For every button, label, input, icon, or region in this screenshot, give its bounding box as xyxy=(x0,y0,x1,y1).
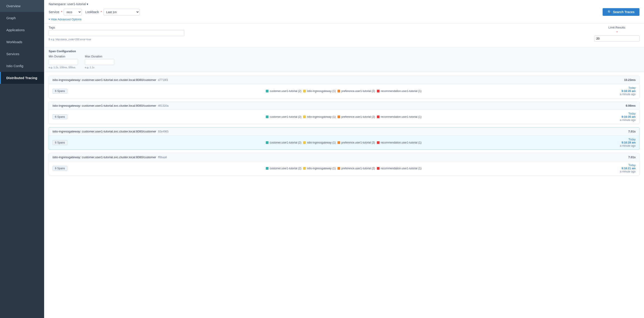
trace-card[interactable]: istio-ingressgateway: customer.user1-tut… xyxy=(49,101,640,124)
max-duration-input[interactable] xyxy=(85,59,114,65)
sidebar-item-services[interactable]: Services xyxy=(0,48,44,60)
advanced-toggle-label: Hide Advanced Options xyxy=(51,18,82,21)
min-duration-hint: e.g. 1.2s, 100ms, 500us xyxy=(49,66,78,69)
trace-card[interactable]: istio-ingressgateway: customer.user1-tut… xyxy=(49,153,640,176)
info-icon: ℹ xyxy=(49,37,50,41)
trace-header: istio-ingressgateway: customer.user1-tut… xyxy=(49,153,639,161)
service-tag: istio-ingressgateway (1) xyxy=(303,141,336,144)
search-traces-button[interactable]: 🔍 Search Traces xyxy=(602,8,640,16)
trace-id: d7719f3 xyxy=(158,78,168,82)
service-color-dot xyxy=(338,141,340,144)
service-color-dot xyxy=(377,90,380,92)
service-tag-label: preference.user1-tutorial (2) xyxy=(341,167,375,170)
main-content: Namespace: user1-tutorial ▾ Service * re… xyxy=(44,0,644,318)
trace-body: 6 Spanscustomer.user1-tutorial (2)istio-… xyxy=(49,110,639,124)
service-tag-label: istio-ingressgateway (1) xyxy=(307,167,336,170)
limit-label: Limit Results xyxy=(608,26,625,29)
span-config-title: Span Configuration xyxy=(49,49,640,53)
service-color-dot xyxy=(266,115,268,118)
trace-body: 6 Spanscustomer.user1-tutorial (2)istio-… xyxy=(49,136,639,150)
advanced-toggle[interactable]: ▾ Hide Advanced Options xyxy=(49,18,640,21)
tags-input[interactable] xyxy=(49,30,184,36)
trace-body: 6 Spanscustomer.user1-tutorial (2)istio-… xyxy=(49,84,639,98)
service-tags: customer.user1-tutorial (2)istio-ingress… xyxy=(266,167,422,170)
spans-badge: 6 Spans xyxy=(52,114,68,119)
service-tags: customer.user1-tutorial (2)istio-ingress… xyxy=(266,89,422,93)
trace-duration: 10.23ms xyxy=(624,78,636,82)
chevron-right-icon: ▾ xyxy=(49,18,50,21)
service-tags: customer.user1-tutorial (2)istio-ingress… xyxy=(266,141,422,144)
service-tag: istio-ingressgateway (1) xyxy=(303,115,336,118)
tags-hint: ℹ e.g. http.status_code=200 error=true xyxy=(49,37,184,41)
tags-label: Tags xyxy=(49,26,184,29)
service-tag-label: istio-ingressgateway (1) xyxy=(307,89,336,93)
sidebar-item-istio-config[interactable]: Istio Config xyxy=(0,60,44,72)
trace-day: Today xyxy=(628,164,636,167)
sidebar-item-graph[interactable]: Graph xyxy=(0,12,44,24)
trace-title: istio-ingressgateway: customer.user1-tut… xyxy=(52,155,156,159)
trace-header: istio-ingressgateway: customer.user1-tut… xyxy=(49,127,639,136)
service-tag: preference.user1-tutorial (2) xyxy=(338,115,375,118)
max-duration-label: Max Duration xyxy=(85,55,114,58)
service-tag-label: customer.user1-tutorial (2) xyxy=(270,115,301,118)
trace-header: istio-ingressgateway: customer.user1-tut… xyxy=(49,76,639,84)
service-tag-label: preference.user1-tutorial (2) xyxy=(341,115,375,118)
service-tag-label: customer.user1-tutorial (2) xyxy=(270,141,301,144)
limit-input[interactable] xyxy=(594,35,640,41)
min-duration-label: Min Duration xyxy=(49,55,78,58)
limit-required: * xyxy=(616,30,618,34)
advanced-options: Tags ℹ e.g. http.status_code=200 error=t… xyxy=(44,23,644,47)
lookback-select[interactable]: Last 1m Last 5m Last 10m Last 30m Last 1… xyxy=(103,9,140,15)
trace-body: 6 Spanscustomer.user1-tutorial (2)istio-… xyxy=(49,161,639,175)
results-area: istio-ingressgateway: customer.user1-tut… xyxy=(44,72,644,318)
service-color-dot xyxy=(303,167,306,170)
namespace-selector[interactable]: Namespace: user1-tutorial ▾ xyxy=(49,2,640,6)
trace-duration: 7.01s xyxy=(628,155,636,159)
trace-title: istio-ingressgateway: customer.user1-tut… xyxy=(52,104,156,107)
service-tag: customer.user1-tutorial (2) xyxy=(266,115,301,118)
service-tag: recommendation.user1-tutorial (1) xyxy=(377,115,422,118)
service-color-dot xyxy=(377,167,380,170)
chevron-down-icon: ▾ xyxy=(87,2,88,6)
service-tag: customer.user1-tutorial (2) xyxy=(266,141,301,144)
service-color-dot xyxy=(266,90,268,92)
lookback-label: Lookback xyxy=(85,10,99,14)
trace-relative-time: a minute ago xyxy=(620,170,636,173)
sidebar-item-overview[interactable]: Overview xyxy=(0,0,44,12)
service-tag-label: customer.user1-tutorial (2) xyxy=(270,89,301,93)
service-color-dot xyxy=(377,141,380,144)
span-row: Min Duration e.g. 1.2s, 100ms, 500us Max… xyxy=(49,55,640,69)
sidebar-item-applications[interactable]: Applications xyxy=(0,24,44,36)
service-color-dot xyxy=(338,90,340,92)
service-tags: customer.user1-tutorial (2)istio-ingress… xyxy=(266,115,422,118)
min-duration-input[interactable] xyxy=(49,59,78,65)
trace-timestamp: 9:16:21 am xyxy=(622,167,636,170)
topbar: Namespace: user1-tutorial ▾ Service * re… xyxy=(44,0,644,23)
min-duration-field: Min Duration e.g. 1.2s, 100ms, 500us xyxy=(49,55,78,69)
trace-card[interactable]: istio-ingressgateway: customer.user1-tut… xyxy=(49,127,640,150)
service-color-dot xyxy=(303,90,306,92)
span-config: Span Configuration Min Duration e.g. 1.2… xyxy=(44,47,644,72)
trace-relative-time: a minute ago xyxy=(620,118,636,122)
sidebar-item-workloads[interactable]: Workloads xyxy=(0,36,44,48)
trace-timestamp: 9:16:28 am xyxy=(622,141,636,144)
spans-badge: 6 Spans xyxy=(52,89,68,94)
service-tag: recommendation.user1-tutorial (1) xyxy=(377,141,422,144)
trace-time: Today9:16:28 ama minute ago xyxy=(620,138,636,147)
service-select[interactable]: reco xyxy=(64,9,82,15)
lookback-required: * xyxy=(101,10,102,14)
service-tag: recommendation.user1-tutorial (1) xyxy=(377,89,422,93)
service-color-dot xyxy=(266,141,268,144)
service-color-dot xyxy=(377,115,380,118)
tags-field: Tags ℹ e.g. http.status_code=200 error=t… xyxy=(49,26,184,41)
trace-id: ff6baa6 xyxy=(158,156,167,159)
trace-card[interactable]: istio-ingressgateway: customer.user1-tut… xyxy=(49,76,640,98)
service-tag-label: preference.user1-tutorial (2) xyxy=(341,141,375,144)
trace-id: 92e4965 xyxy=(158,130,168,133)
search-traces-label: Search Traces xyxy=(613,10,634,14)
sidebar-item-distributed-tracing[interactable]: Distributed Tracing xyxy=(0,72,44,84)
trace-title: istio-ingressgateway: customer.user1-tut… xyxy=(52,130,156,133)
trace-day: Today xyxy=(628,86,636,89)
service-tag-label: recommendation.user1-tutorial (1) xyxy=(381,115,422,118)
trace-id: 461320a xyxy=(158,104,168,107)
